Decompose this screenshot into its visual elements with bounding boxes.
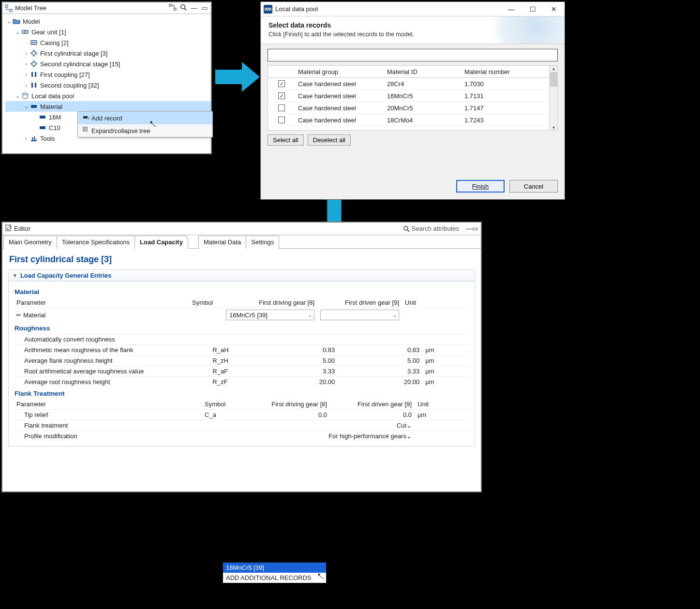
grid-row[interactable]: Case hardened steel18CrMo41.7243 (268, 114, 549, 126)
param-value-g1[interactable]: 0.0 (236, 410, 330, 420)
param-label: Root arithmetical average roughness valu… (14, 366, 209, 377)
svg-rect-28 (40, 126, 45, 129)
param-value-g2[interactable]: 0.83 (338, 345, 422, 356)
tree-node-coupling-2[interactable]: ›Second coupling [32] (5, 80, 211, 90)
tab-load-capacity[interactable]: Load Capacity (134, 236, 188, 249)
caret-icon[interactable]: › (23, 135, 30, 141)
caret-icon[interactable]: › (23, 72, 30, 77)
svg-rect-0 (5, 5, 8, 7)
finish-button[interactable]: Finish (456, 180, 505, 193)
select-value[interactable]: For high-performance gears (328, 432, 406, 440)
caret-icon[interactable]: ⌄ (23, 104, 30, 110)
scroll-down-icon[interactable]: ▾ (552, 125, 555, 130)
select-all-button[interactable]: Select all (268, 134, 304, 146)
tree-node-casing[interactable]: Casing [2] (5, 37, 211, 48)
scrollbar-thumb[interactable] (550, 72, 557, 87)
node-label: Second coupling [32] (40, 82, 99, 89)
ctx-label: Expand/collapse tree (91, 127, 150, 134)
link-icon[interactable] (168, 4, 177, 12)
material-select-g2[interactable]: ⌄ (320, 310, 399, 320)
chevron-down-icon[interactable]: ⌄ (406, 432, 412, 440)
search-attributes[interactable]: Search attributes (403, 225, 459, 232)
param-value-g1[interactable]: 5.00 (243, 356, 338, 366)
param-value-g2[interactable]: 3.33 (338, 366, 422, 377)
grid-row[interactable]: ✓Case hardened steel16MnCr51.7131 (268, 90, 549, 102)
close-button[interactable]: ✕ (543, 2, 565, 16)
col-driving-gear: First driving gear [8] (236, 399, 330, 410)
material-select-g1[interactable]: 16MnCr5 [39]⌄ (226, 310, 314, 320)
tree-node-gear-unit[interactable]: ⌄Gear unit [1] (5, 27, 211, 37)
caret-icon[interactable]: › (23, 61, 30, 67)
tree-node-data-pool[interactable]: ⌄Local data pool (5, 90, 211, 101)
row-checkbox[interactable]: ✓ (278, 80, 285, 87)
scroll-up-icon[interactable]: ▴ (552, 66, 555, 71)
tab-settings[interactable]: Settings (246, 236, 279, 249)
coupling-icon (30, 71, 38, 78)
param-value-g1[interactable]: 0.83 (243, 345, 338, 356)
col-material-number[interactable]: Material number (464, 68, 549, 75)
param-value-g2[interactable]: 0.0 (330, 410, 415, 420)
editor-title: Editor (14, 225, 30, 232)
dialog-titlebar[interactable]: WB Local data pool — ☐ ✕ (261, 2, 565, 16)
search-icon[interactable] (179, 4, 188, 12)
minimize-icon[interactable]: — (190, 4, 198, 12)
col-material-group[interactable]: Material group (295, 68, 387, 75)
cancel-button[interactable]: Cancel (509, 180, 558, 193)
param-symbol: R_zH (209, 356, 243, 366)
row-checkbox[interactable] (278, 117, 285, 123)
node-label: 16M (49, 114, 61, 121)
maximize-button[interactable]: ☐ (522, 2, 543, 16)
caret-icon[interactable]: ⌄ (14, 29, 21, 35)
subhead-flank: Flank Treatment (15, 390, 470, 397)
tab-tolerance-spec[interactable]: Tolerance Specifications (57, 236, 135, 249)
ctx-add-record[interactable]: +Add record (78, 112, 212, 124)
tree-node-materials[interactable]: ⌄Material (5, 101, 211, 112)
restore-icon[interactable]: ▭ (200, 4, 209, 12)
param-value-g2[interactable]: 5.00 (338, 356, 422, 366)
tree-node-model[interactable]: ⌄Model (5, 16, 211, 27)
caret-icon[interactable]: › (23, 82, 30, 88)
svg-rect-1 (10, 9, 12, 12)
minimize-button[interactable]: — (501, 2, 522, 16)
select-value[interactable]: Cut (397, 422, 406, 429)
param-value-g1[interactable]: 20.00 (243, 377, 338, 387)
param-unit: µm (415, 410, 453, 420)
cell: Case hardened steel (295, 80, 387, 88)
svg-point-25 (23, 93, 28, 95)
svg-rect-21 (31, 72, 33, 77)
section-header[interactable]: ▼Load Capacity General Entries (8, 269, 475, 282)
dropdown-option[interactable]: 16MnCr5 [39] (223, 563, 326, 573)
cursor-icon: ⭧ (600, 11, 609, 21)
scrollbar[interactable]: ▴▾ (549, 66, 557, 130)
dialog-heading: Select data records (268, 21, 557, 29)
tree-node-coupling-1[interactable]: ›First coupling [27] (5, 69, 211, 80)
tree-node-stage-2[interactable]: ›Second cylindrical stage [15] (5, 59, 211, 69)
col-material-id[interactable]: Material ID (387, 68, 464, 75)
search-icon (403, 225, 410, 232)
row-checkbox[interactable] (278, 104, 285, 111)
cell: 18CrMo4 (387, 117, 464, 124)
grid-row[interactable]: Case hardened steel20MnCr51.7147 (268, 102, 549, 114)
row-checkbox[interactable]: ✓ (278, 92, 285, 99)
param-value-g2[interactable]: 20.00 (338, 377, 422, 387)
restore-icon[interactable]: ▭ (472, 225, 478, 232)
subhead-material: Material (15, 288, 470, 296)
edit-icon (5, 224, 12, 233)
col-driving-gear: First driving gear [8] (223, 297, 317, 308)
caret-icon[interactable]: ⌄ (5, 18, 12, 25)
tab-material-data[interactable]: Material Data (198, 236, 246, 249)
minimize-icon[interactable]: — (466, 225, 472, 232)
dropdown-option-add[interactable]: ADD ADDITIONAL RECORDS (223, 573, 326, 583)
expand-icon (81, 127, 91, 135)
tree-node-stage-1[interactable]: ›First cylindrical stage [3] (5, 48, 211, 59)
chevron-down-icon[interactable]: ⌄ (406, 422, 412, 429)
deselect-all-button[interactable]: Deselect all (308, 134, 351, 146)
filter-input[interactable] (268, 49, 558, 61)
material-dropdown-list: 16MnCr5 [39] ADD ADDITIONAL RECORDS (223, 562, 327, 583)
ctx-expand-tree[interactable]: Expand/collapse tree (78, 124, 212, 137)
caret-icon[interactable]: ⌄ (14, 93, 21, 99)
tab-main-geometry[interactable]: Main Geometry (3, 236, 57, 249)
param-value-g1[interactable]: 3.33 (243, 366, 338, 377)
grid-row[interactable]: ✓Case hardened steel28Cr41.7030 (268, 78, 549, 90)
caret-icon[interactable]: › (23, 50, 30, 56)
